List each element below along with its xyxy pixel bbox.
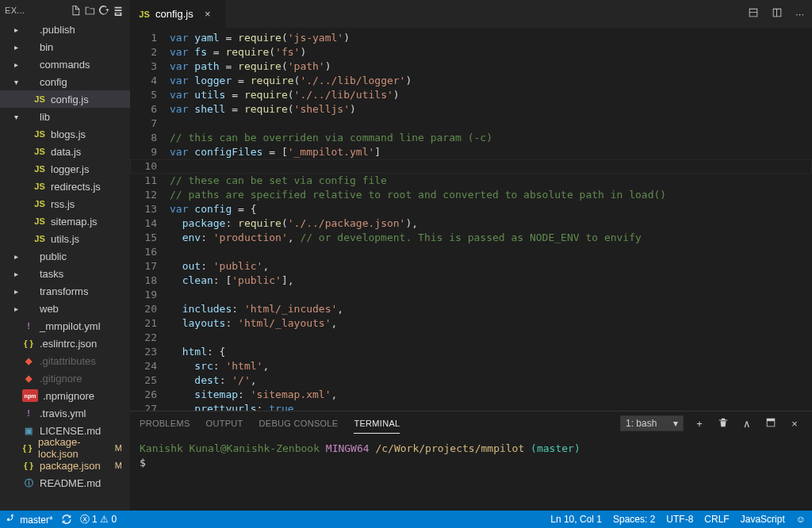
git-icon: ◆ (22, 372, 35, 385)
eol[interactable]: CRLF (704, 514, 729, 525)
tree-item-redirects-js[interactable]: JSredirects.js (0, 178, 130, 195)
term-branch: (master) (530, 442, 580, 454)
folder-icon (22, 285, 35, 297)
git-icon: ◆ (22, 354, 35, 367)
split-right-icon[interactable] (768, 4, 786, 24)
new-terminal-icon[interactable]: + (691, 418, 707, 430)
panel-maximize-icon[interactable] (763, 417, 779, 430)
tab-debug-console[interactable]: DEBUG CONSOLE (259, 414, 339, 433)
tab-problems[interactable]: PROBLEMS (140, 414, 190, 433)
tree-item-label: _mmpilot.yml (40, 320, 101, 332)
sync-icon[interactable] (61, 514, 72, 526)
tree-item-config[interactable]: ▾config (0, 73, 130, 90)
js-icon: JS (33, 197, 46, 210)
tree-item-tasks[interactable]: ▸tasks (0, 265, 130, 282)
tree-item-rss-js[interactable]: JSrss.js (0, 195, 130, 212)
tree-item-label: package-lock.json (38, 436, 115, 460)
tree-item--gitignore[interactable]: ◆.gitignore (0, 369, 130, 387)
tree-item-bin[interactable]: ▸bin (0, 38, 130, 55)
tab-config-js[interactable]: JS config.js × (130, 0, 225, 28)
tree-item-label: .eslintrc.json (40, 338, 97, 350)
tree-item-label: data.js (51, 146, 81, 158)
modified-badge: M (115, 443, 122, 453)
tree-item-public[interactable]: ▸public (0, 247, 130, 265)
tree-item-label: config (40, 76, 67, 88)
terminal-content[interactable]: Kanishk Kunal@Kanishk-Zenbook MINGW64 /c… (130, 435, 812, 511)
tree-item-blogs-js[interactable]: JSblogs.js (0, 125, 130, 143)
tree-item--publish[interactable]: ▸.publish (0, 21, 130, 38)
errors-warnings[interactable]: ⓧ 1 ⚠ 0 (80, 513, 117, 526)
tree-item-commands[interactable]: ▸commands (0, 55, 130, 73)
close-icon[interactable]: × (201, 8, 214, 20)
tree-item-lib[interactable]: ▾lib (0, 108, 130, 125)
tree-item-logger-js[interactable]: JSlogger.js (0, 160, 130, 178)
npm-icon: npm (22, 389, 38, 402)
tree-item-label: logger.js (51, 163, 89, 175)
tree-item-data-js[interactable]: JSdata.js (0, 143, 130, 160)
explorer-title: EX... (5, 6, 68, 15)
encoding[interactable]: UTF-8 (666, 514, 693, 525)
cursor-position[interactable]: Ln 10, Col 1 (550, 514, 602, 525)
tree-item-label: redirects.js (51, 181, 101, 193)
tree-item-label: .gitattributes (40, 355, 96, 367)
explorer-header: EX... (0, 0, 130, 21)
tree-item-package-lock-json[interactable]: { }package-lock.jsonM (0, 439, 130, 457)
code-editor[interactable]: 1234567891011121314151617181920212223242… (130, 28, 812, 411)
twistie-icon: ▸ (11, 287, 21, 296)
tree-item-label: .npmignore (43, 390, 94, 402)
language-mode[interactable]: JavaScript (741, 514, 785, 525)
tree-item-label: blogs.js (51, 128, 86, 140)
panel-tabs: PROBLEMS OUTPUT DEBUG CONSOLE TERMINAL 1… (130, 411, 812, 435)
indent-setting[interactable]: Spaces: 2 (613, 514, 655, 525)
tree-item-transforms[interactable]: ▸transforms (0, 282, 130, 300)
kill-terminal-icon[interactable] (715, 417, 731, 430)
tab-output[interactable]: OUTPUT (206, 414, 243, 433)
term-prompt: $ (140, 457, 146, 469)
json-icon: { } (21, 442, 33, 454)
tree-item-config-js[interactable]: JSconfig.js (0, 90, 130, 108)
tree-item-label: lib (40, 111, 50, 123)
folder-icon (22, 302, 35, 315)
tree-item-label: package.json (40, 460, 101, 472)
md-i-icon: ⓘ (22, 476, 35, 489)
bottom-panel: PROBLEMS OUTPUT DEBUG CONSOLE TERMINAL 1… (130, 411, 812, 511)
tree-item-label: web (40, 303, 59, 315)
tree-item-sitemap-js[interactable]: JSsitemap.js (0, 212, 130, 230)
split-down-icon[interactable] (745, 4, 762, 24)
tree-item--mmpilot-yml[interactable]: !_mmpilot.yml (0, 317, 130, 335)
branch-indicator[interactable]: master* (6, 514, 53, 526)
editor-area: JS config.js × ··· 123456789101112131415… (130, 0, 812, 511)
yml-icon: ! (22, 407, 35, 419)
tree-item-label: public (40, 251, 67, 262)
js-icon: JS (33, 145, 46, 158)
collapse-all-icon[interactable] (111, 3, 125, 17)
tab-terminal[interactable]: TERMINAL (354, 414, 400, 434)
panel-close-icon[interactable]: × (787, 418, 802, 430)
tree-item-web[interactable]: ▸web (0, 300, 130, 317)
file-tree: ▸.publish▸bin▸commands▾configJSconfig.js… (0, 21, 130, 511)
more-icon[interactable]: ··· (792, 5, 807, 23)
tree-item-readme-md[interactable]: ⓘREADME.md (0, 474, 130, 492)
feedback-icon[interactable]: ☺ (796, 514, 806, 525)
js-icon: JS (33, 163, 46, 175)
folder-icon (22, 267, 35, 280)
panel-up-icon[interactable]: ∧ (739, 418, 755, 430)
twistie-icon: ▸ (11, 270, 21, 278)
tree-item-utils-js[interactable]: JSutils.js (0, 230, 130, 247)
new-file-icon[interactable] (68, 3, 82, 17)
refresh-icon[interactable] (97, 3, 111, 17)
tree-item--eslintrc-json[interactable]: { }.eslintrc.json (0, 335, 130, 352)
new-folder-icon[interactable] (82, 3, 97, 17)
js-icon: JS (138, 8, 151, 21)
folder-icon (22, 75, 35, 88)
tree-item--gitattributes[interactable]: ◆.gitattributes (0, 352, 130, 369)
tree-item-label: tasks (40, 268, 63, 280)
terminal-select[interactable]: 1: bash (620, 415, 684, 431)
json-icon: { } (22, 459, 35, 472)
tree-item-label: transforms (40, 285, 88, 297)
folder-icon (22, 58, 35, 71)
tree-item--npmignore[interactable]: npm.npmignore (0, 387, 130, 404)
folder-icon (22, 250, 35, 262)
tree-item--travis-yml[interactable]: !.travis.yml (0, 404, 130, 422)
tab-bar: JS config.js × ··· (130, 0, 812, 28)
